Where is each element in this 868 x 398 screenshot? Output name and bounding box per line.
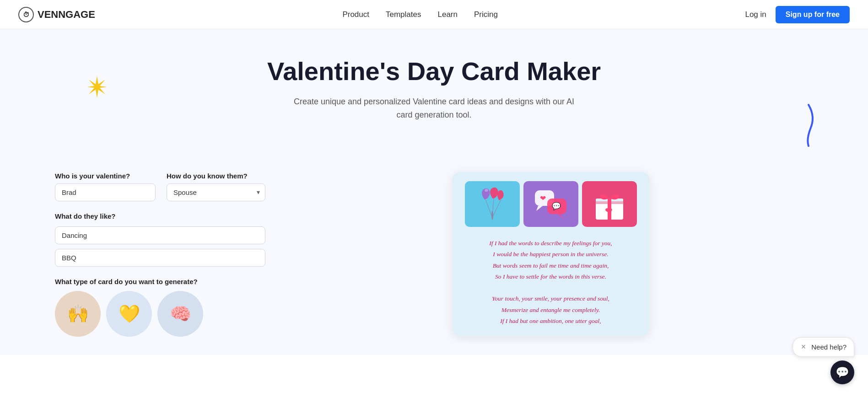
svg-text:❤: ❤ [540,194,546,202]
svg-marker-6 [536,206,543,211]
svg-marker-8 [558,214,564,219]
svg-text:💬: 💬 [552,202,561,210]
main-content: Who is your valentine? How do you know t… [0,154,868,355]
nav-links: Product Templates Learn Pricing [342,10,498,19]
hero-section: Valentine's Day Card Maker Create unique… [0,29,868,154]
know-select[interactable]: Spouse Partner Friend Family Crush [167,183,265,201]
logo-text: VENNGAGE [38,9,95,21]
preview-img-3: ❤ [582,181,637,227]
navbar: ⏱ VENNGAGE Product Templates Learn Prici… [0,0,868,29]
preview-img-1 [465,181,520,227]
poem-line-2: I would be the happiest person in the un… [493,251,608,258]
nav-templates[interactable]: Templates [386,10,421,19]
chat-bubble: × Need help? [793,337,854,355]
creative-emoji: 🧠 [170,304,191,324]
card-type-fun[interactable]: 🙌 [55,291,101,337]
logo-icon: ⏱ [18,7,34,22]
nav-product[interactable]: Product [342,10,369,19]
preview-card: ❤ 💬 ❤ [453,172,649,336]
valentine-input[interactable] [55,183,156,201]
poem-line-7: If I had but one ambition, one utter goa… [500,317,601,324]
fun-emoji: 🙌 [67,304,89,324]
poem-line-1: If I had the words to describe my feelin… [489,240,612,247]
svg-text:❤: ❤ [605,206,613,216]
card-type-creative[interactable]: 🧠 [157,291,203,337]
form-group-know: How do you know them? Spouse Partner Fri… [167,172,265,201]
preview-poem: If I had the words to describe my feelin… [453,227,649,336]
svg-line-2 [485,199,491,215]
svg-rect-14 [596,201,623,204]
card-type-section: What type of card do you want to generat… [55,278,265,337]
preview-panel: ❤ 💬 ❤ [288,172,813,336]
card-types-row: 🙌 💛 🧠 [55,291,265,337]
know-select-wrap: Spouse Partner Friend Family Crush ▾ [167,183,265,201]
login-button[interactable]: Log in [745,10,766,19]
poem-line-6: Mesmerize and entangle me completely. [501,307,600,313]
hero-title: Valentine's Day Card Maker [18,57,850,86]
deco-brush-icon [795,102,822,150]
hero-subtitle: Create unique and personalized Valentine… [292,95,576,122]
nav-actions: Log in Sign up for free [745,6,850,23]
form-row-top: Who is your valentine? How do you know t… [55,172,265,201]
likes-group: What do they like? [55,212,265,267]
form-panel: Who is your valentine? How do you know t… [55,172,265,337]
likes-label: What do they like? [55,212,265,220]
chat-widget: × Need help? 💬 [793,337,854,355]
card-type-label: What type of card do you want to generat… [55,278,265,285]
chat-bubble-text: Need help? [811,343,846,351]
form-group-valentine: Who is your valentine? [55,172,156,201]
preview-img-2: ❤ 💬 [523,181,578,227]
svg-line-4 [493,199,501,215]
signup-button[interactable]: Sign up for free [776,6,850,23]
know-label: How do you know them? [167,172,265,180]
logo[interactable]: ⏱ VENNGAGE [18,7,95,22]
like1-input[interactable] [55,226,265,244]
valentine-label: Who is your valentine? [55,172,156,180]
poem-line-5: Your touch, your smile, your presence an… [492,295,609,302]
preview-images: ❤ 💬 ❤ [453,172,649,227]
love-emoji: 💛 [119,304,140,324]
nav-pricing[interactable]: Pricing [474,10,498,19]
card-type-love[interactable]: 💛 [106,291,152,337]
poem-line-4: So I have to settle for the words in thi… [495,273,606,280]
chat-close-button[interactable]: × [800,342,807,352]
like2-input[interactable] [55,249,265,267]
poem-line-3: But words seem to fail me time and time … [493,262,609,269]
nav-learn[interactable]: Learn [437,10,457,19]
